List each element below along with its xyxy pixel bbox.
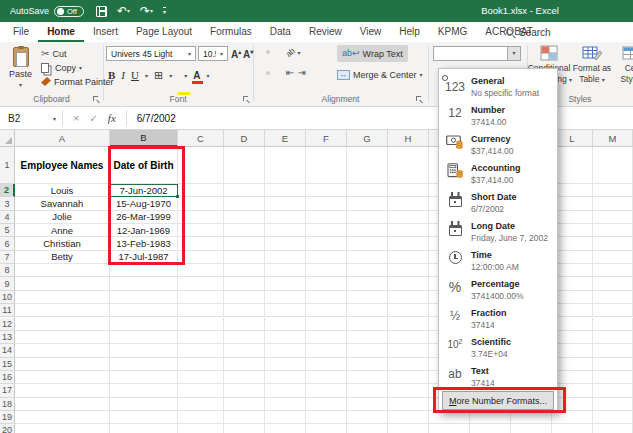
cell-B1[interactable]: Date of Birth [110, 147, 178, 184]
cell-H13[interactable] [388, 331, 429, 344]
cell-F3[interactable] [306, 197, 347, 210]
alignment-dialog-launcher[interactable] [416, 96, 423, 103]
borders-button[interactable]: ⊞ [154, 69, 163, 82]
cell-G14[interactable] [347, 344, 388, 357]
cell-B17[interactable] [110, 384, 178, 397]
cell-A9[interactable] [15, 277, 110, 290]
decrease-indent-button[interactable]: ⇤ [286, 68, 294, 77]
cell-M16[interactable] [593, 371, 633, 384]
format-as-table-button[interactable]: Format as Table ▾ [570, 45, 614, 85]
number-format-option-number[interactable]: 12Number37414.00 [439, 98, 557, 127]
cell-B14[interactable] [110, 344, 178, 357]
cell-C10[interactable] [178, 291, 224, 304]
name-box[interactable]: B2 ▾ [0, 107, 62, 129]
cell-D13[interactable] [224, 331, 265, 344]
cell-E18[interactable] [265, 398, 306, 411]
cell-E12[interactable] [265, 318, 306, 331]
cell-D8[interactable] [224, 264, 265, 277]
grow-font-button[interactable]: A▴ [231, 48, 241, 60]
cell-G9[interactable] [347, 277, 388, 290]
underline-button[interactable]: U [131, 69, 139, 81]
cell-M13[interactable] [593, 331, 633, 344]
paste-button[interactable]: Paste ▾ [4, 45, 37, 93]
cell-F6[interactable] [306, 237, 347, 250]
cell-F12[interactable] [306, 318, 347, 331]
row-header-4[interactable]: 4 [0, 211, 15, 224]
cell-C13[interactable] [178, 331, 224, 344]
cell-G3[interactable] [347, 197, 388, 210]
cell-G13[interactable] [347, 331, 388, 344]
row-header-18[interactable]: 18 [0, 398, 15, 411]
cell-M11[interactable] [593, 304, 633, 317]
cancel-entry-icon[interactable]: × [73, 112, 79, 124]
column-header-D[interactable]: D [224, 130, 265, 147]
row-header-14[interactable]: 14 [0, 344, 15, 357]
cell-A15[interactable] [15, 358, 110, 371]
bold-button[interactable]: B [108, 69, 115, 81]
cell-D7[interactable] [224, 251, 265, 264]
row-header-1[interactable]: 1 [0, 147, 15, 184]
cell-E15[interactable] [265, 358, 306, 371]
row-header-8[interactable]: 8 [0, 264, 15, 277]
cell-M3[interactable] [593, 197, 633, 210]
row-header-19[interactable]: 19 [0, 411, 15, 424]
cell-E10[interactable] [265, 291, 306, 304]
cell-E5[interactable] [265, 224, 306, 237]
cell-M12[interactable] [593, 318, 633, 331]
cell-B11[interactable] [110, 304, 178, 317]
align-right-button[interactable] [273, 71, 277, 75]
cell-H7[interactable] [388, 251, 429, 264]
cell-E16[interactable] [265, 371, 306, 384]
cell-F13[interactable] [306, 331, 347, 344]
row-header-13[interactable]: 13 [0, 331, 15, 344]
cell-A7[interactable]: Betty [15, 251, 110, 264]
cell-E17[interactable] [265, 384, 306, 397]
cell-E11[interactable] [265, 304, 306, 317]
number-format-option-text[interactable]: abText37414 [439, 359, 557, 388]
cell-G1[interactable] [347, 147, 388, 184]
number-format-option-currency[interactable]: Currency$37,414.00 [439, 127, 557, 156]
tab-file[interactable]: File [4, 22, 38, 42]
column-header-F[interactable]: F [306, 130, 347, 147]
cell-F10[interactable] [306, 291, 347, 304]
cell-D19[interactable] [224, 411, 265, 424]
cell-B3[interactable]: 15-Aug-1970 [110, 197, 178, 210]
cell-H4[interactable] [388, 211, 429, 224]
cell-C9[interactable] [178, 277, 224, 290]
cell-E4[interactable] [265, 211, 306, 224]
insert-function-icon[interactable]: fx [108, 112, 116, 124]
cell-A16[interactable] [15, 371, 110, 384]
row-header-17[interactable]: 17 [0, 384, 15, 397]
cell-E1[interactable] [265, 147, 306, 184]
cell-D4[interactable] [224, 211, 265, 224]
wrap-text-button[interactable]: ab↩ Wrap Text [337, 45, 408, 62]
save-icon[interactable] [96, 6, 107, 17]
cell-B7[interactable]: 17-Jul-1987 [110, 251, 178, 264]
cell-B4[interactable]: 26-Mar-1999 [110, 211, 178, 224]
cell-L11[interactable] [552, 304, 593, 317]
cell-C5[interactable] [178, 224, 224, 237]
tab-kpmg[interactable]: KPMG [429, 22, 476, 42]
cell-L10[interactable] [552, 291, 593, 304]
cell-G15[interactable] [347, 358, 388, 371]
cell-C20[interactable] [178, 424, 224, 433]
cell-F11[interactable] [306, 304, 347, 317]
cell-M17[interactable] [593, 384, 633, 397]
font-dialog-launcher[interactable] [243, 96, 250, 103]
number-format-option-long-date[interactable]: Long DateFriday, June 7, 2002 [439, 214, 557, 243]
chevron-down-icon[interactable]: ▾ [184, 72, 187, 79]
formula-value[interactable]: 6/7/2002 [127, 113, 176, 124]
cell-C15[interactable] [178, 358, 224, 371]
cell-F15[interactable] [306, 358, 347, 371]
cell-C16[interactable] [178, 371, 224, 384]
cell-D9[interactable] [224, 277, 265, 290]
cell-F5[interactable] [306, 224, 347, 237]
cell-B16[interactable] [110, 371, 178, 384]
cell-D1[interactable] [224, 147, 265, 184]
column-header-B[interactable]: B [110, 130, 178, 147]
cell-E3[interactable] [265, 197, 306, 210]
cell-H19[interactable] [388, 411, 429, 424]
cell-H9[interactable] [388, 277, 429, 290]
tab-review[interactable]: Review [300, 22, 351, 42]
cut-button[interactable]: ✂ Cut [41, 47, 66, 60]
